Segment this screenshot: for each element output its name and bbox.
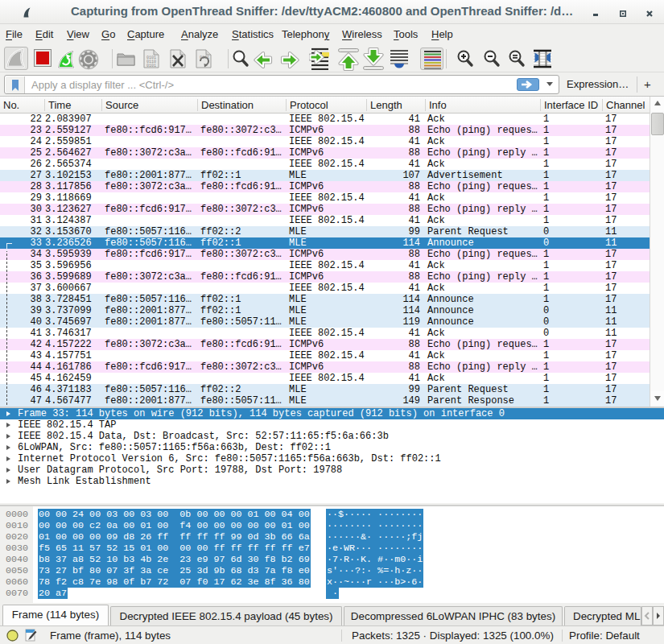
svg-text:0101: 0101 xyxy=(200,56,209,60)
svg-text:0101: 0101 xyxy=(146,64,156,68)
